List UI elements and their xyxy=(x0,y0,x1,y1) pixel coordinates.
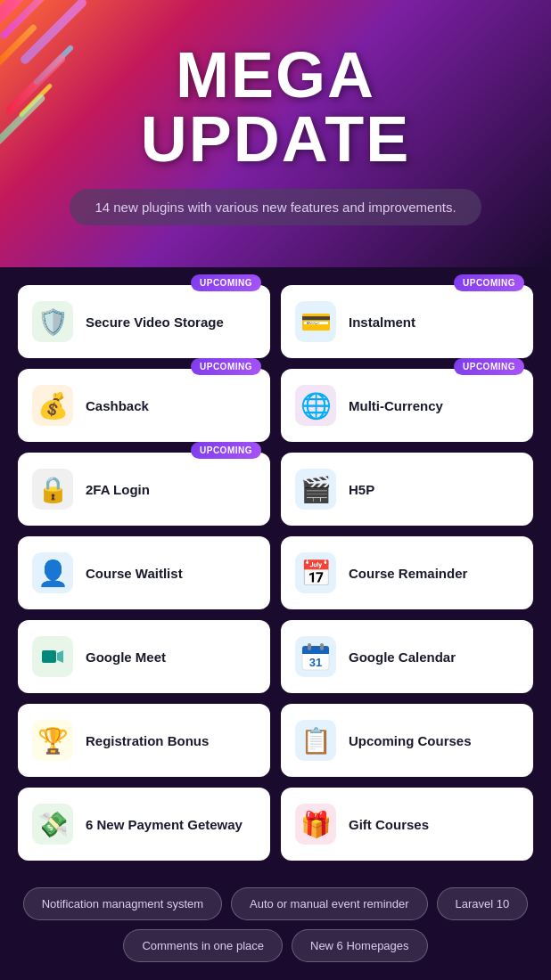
multi-currency-icon: 🌐 xyxy=(295,385,336,426)
card-label-google-calendar: Google Calendar xyxy=(349,649,456,665)
hero-subtitle-text: 14 new plugins with various new features… xyxy=(95,200,456,215)
svg-rect-8 xyxy=(320,643,324,650)
tag-notification: Notification managment system xyxy=(23,887,222,920)
card-cashback[interactable]: UPCOMING 💰 Cashback xyxy=(18,369,270,442)
svg-rect-5 xyxy=(302,651,329,654)
tag-event-reminder: Auto or manual event reminder xyxy=(231,887,427,920)
card-label-secure-video: Secure Video Storage xyxy=(86,314,224,330)
google-meet-icon xyxy=(32,636,73,677)
main-content: UPCOMING 🛡️ Secure Video Storage UPCOMIN… xyxy=(0,267,551,980)
card-registration-bonus[interactable]: 🏆 Registration Bonus xyxy=(18,704,270,777)
course-waitlist-icon: 👤 xyxy=(32,552,73,593)
hero-subtitle-box: 14 new plugins with various new features… xyxy=(70,189,481,225)
card-label-google-meet: Google Meet xyxy=(86,649,166,665)
h5p-icon: 🎬 xyxy=(295,469,336,510)
card-label-remainder: Course Remainder xyxy=(349,566,467,581)
card-label-registration-bonus: Registration Bonus xyxy=(86,733,209,748)
card-upcoming-courses[interactable]: 📋 Upcoming Courses xyxy=(281,704,533,777)
update-text: UPDATE xyxy=(141,107,411,171)
2fa-icon: 🔒 xyxy=(32,469,73,510)
card-label-gift-courses: Gift Courses xyxy=(349,817,429,832)
secure-video-icon: 🛡️ xyxy=(32,301,73,342)
card-secure-video-storage[interactable]: UPCOMING 🛡️ Secure Video Storage xyxy=(18,285,270,358)
card-gift-courses[interactable]: 🎁 Gift Courses xyxy=(281,788,533,861)
card-h5p[interactable]: 🎬 H5P xyxy=(281,453,533,526)
card-label-waitlist: Course Waitlist xyxy=(86,566,183,581)
card-google-meet[interactable]: Google Meet xyxy=(18,620,270,693)
card-label-2fa: 2FA Login xyxy=(86,482,150,497)
card-label-multi-currency: Multi-Currency xyxy=(349,398,443,413)
card-multi-currency[interactable]: UPCOMING 🌐 Multi-Currency xyxy=(281,369,533,442)
card-label-h5p: H5P xyxy=(349,482,374,497)
tag-homepages: New 6 Homepages xyxy=(292,929,428,962)
card-google-calendar[interactable]: 31 Google Calendar xyxy=(281,620,533,693)
upcoming-courses-icon: 📋 xyxy=(295,720,336,761)
mega-text: MEGA xyxy=(141,43,411,107)
svg-text:31: 31 xyxy=(309,656,322,669)
card-course-remainder[interactable]: 📅 Course Remainder xyxy=(281,536,533,609)
instalment-icon: 💳 xyxy=(295,301,336,342)
hero-title: MEGA UPDATE xyxy=(141,43,411,171)
tags-section: Notification managment system Auto or ma… xyxy=(18,878,533,971)
card-course-waitlist[interactable]: 👤 Course Waitlist xyxy=(18,536,270,609)
hero-section: MEGA UPDATE 14 new plugins with various … xyxy=(0,0,551,267)
payment-gateway-icon: 💸 xyxy=(32,804,73,845)
svg-rect-1 xyxy=(42,650,56,663)
card-label-upcoming-courses: Upcoming Courses xyxy=(349,733,472,748)
card-label-payment-gateway: 6 New Payment Geteway xyxy=(86,817,243,832)
gift-courses-icon: 🎁 xyxy=(295,804,336,845)
card-payment-gateway[interactable]: 💸 6 New Payment Geteway xyxy=(18,788,270,861)
cashback-icon: 💰 xyxy=(32,385,73,426)
card-instalment[interactable]: UPCOMING 💳 Instalment xyxy=(281,285,533,358)
card-label-instalment: Instalment xyxy=(349,314,415,330)
course-remainder-icon: 📅 xyxy=(295,552,336,593)
card-2fa-login[interactable]: UPCOMING 🔒 2FA Login xyxy=(18,453,270,526)
badge-upcoming-4: UPCOMING xyxy=(454,358,524,375)
tag-laravel: Laravel 10 xyxy=(437,887,529,920)
registration-bonus-icon: 🏆 xyxy=(32,720,73,761)
svg-rect-7 xyxy=(308,643,311,650)
google-calendar-icon: 31 xyxy=(295,636,336,677)
badge-upcoming-2: UPCOMING xyxy=(454,274,524,291)
tag-comments: Comments in one place xyxy=(123,929,283,962)
badge-upcoming-3: UPCOMING xyxy=(191,358,261,375)
card-label-cashback: Cashback xyxy=(86,398,149,413)
plugins-grid: UPCOMING 🛡️ Secure Video Storage UPCOMIN… xyxy=(18,285,533,861)
badge-upcoming-1: UPCOMING xyxy=(191,274,261,291)
badge-upcoming-5: UPCOMING xyxy=(191,442,261,459)
